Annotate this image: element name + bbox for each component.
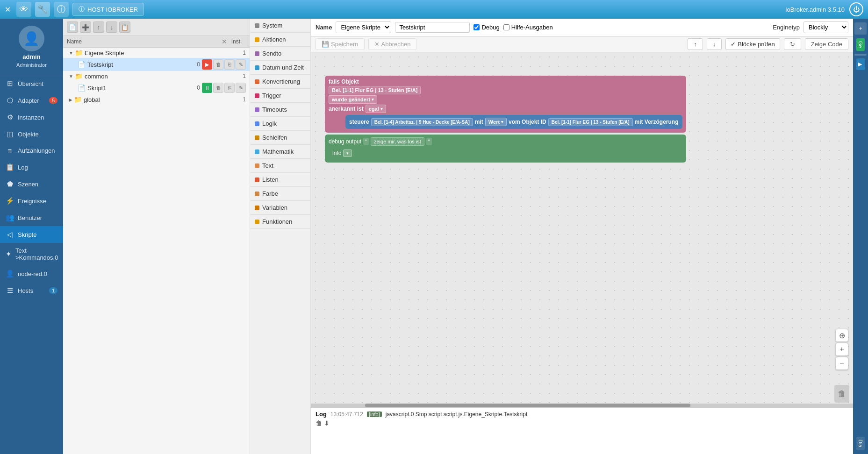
sidebar-item-adapter[interactable]: ⬡ Adapter 5 — [0, 92, 63, 109]
sidebar-item-instanzen[interactable]: ⚙ Instanzen — [0, 109, 63, 126]
main-container: 👤 admin Administrator ⊞ Übersicht ⬡ Adap… — [0, 19, 868, 454]
host-icon: ⓘ — [79, 5, 85, 14]
version-label: ioBroker.admin 3.5.10 — [786, 6, 845, 13]
panel-expand-btn[interactable]: + — [854, 22, 867, 35]
copy-script-btn[interactable]: ⎘ — [224, 59, 235, 70]
category-sendto[interactable]: Sendto — [250, 47, 310, 61]
dia-panel-btn[interactable]: Dia — [856, 437, 865, 450]
sidebar-item-aufzaehlungen[interactable]: ≡ Aufzählungen — [0, 142, 63, 159]
info-icon-top[interactable]: ⓘ — [54, 2, 69, 17]
tree-item-skript1[interactable]: 📄 Skript1 0 ⏸ 🗑 ⎘ ✎ — [63, 81, 250, 94]
toolbar-add-folder[interactable]: ➕ — [80, 21, 91, 33]
category-aktionen[interactable]: Aktionen — [250, 33, 310, 47]
delete-skript1-btn[interactable]: 🗑 — [213, 83, 223, 93]
panel-side-btn[interactable]: ▶ — [856, 58, 865, 70]
category-text[interactable]: Text — [250, 159, 310, 173]
canvas-scrollbar[interactable] — [311, 404, 853, 407]
arrow-down-btn[interactable]: ↓ — [707, 38, 722, 50]
toolbar-move-down[interactable]: ↓ — [106, 21, 117, 33]
category-farbe[interactable]: Farbe — [250, 187, 310, 201]
edit-script-btn[interactable]: ✎ — [236, 59, 246, 70]
hosts-badge: 1 — [49, 287, 57, 294]
category-timeouts[interactable]: Timeouts — [250, 103, 310, 117]
sidebar-item-log[interactable]: 📋 Log — [0, 159, 63, 176]
save-button[interactable]: 💾 Speichern — [316, 38, 365, 50]
zoom-center-btn[interactable]: ⊕ — [835, 329, 848, 342]
blockly-canvas[interactable]: falls Objekt Bel. [1-1] Flur EG | 13 - S… — [311, 52, 853, 407]
info-dropdown[interactable] — [343, 149, 352, 157]
sidebar-item-node-red[interactable]: 👤 node-red.0 — [0, 265, 63, 282]
category-trigger[interactable]: Trigger — [250, 89, 310, 103]
refresh-btn[interactable]: ↻ — [784, 38, 801, 50]
adapter-badge: 5 — [49, 97, 57, 104]
sidebar-item-uebersicht[interactable]: ⊞ Übersicht — [0, 75, 63, 92]
sidebar-item-objekte[interactable]: ◫ Objekte — [0, 126, 63, 142]
source-id-field[interactable]: Bel. [1-1] Flur EG | 13 - Stufen [E/A] — [548, 118, 633, 126]
category-mathematik[interactable]: Mathematik — [250, 145, 310, 159]
log-trash-icon[interactable]: 🗑 — [316, 419, 322, 427]
folder-icon-eigene: 📁 — [75, 49, 83, 57]
zoom-in-btn[interactable]: + — [835, 343, 848, 356]
enginetype-select[interactable]: Blockly JavaScript TypeScript — [803, 21, 848, 33]
toolbar-copy[interactable]: 📋 — [119, 21, 130, 33]
sidebar-item-ereignisse[interactable]: ⚡ Ereignisse — [0, 192, 63, 209]
debug-text[interactable]: zeige mir, was los ist — [371, 137, 424, 146]
category-funktionen[interactable]: Funktionen — [250, 215, 310, 229]
stop-script-btn[interactable]: ▶ — [202, 59, 212, 70]
condition-dropdown[interactable]: egal — [366, 105, 386, 113]
node-red-icon: 👤 — [6, 270, 14, 278]
sidebar-item-text-kommandos[interactable]: ✦ Text->Kommandos.0 — [0, 243, 63, 265]
check-blocks-btn[interactable]: ✓ Blöcke prüfen — [725, 38, 780, 50]
dot-variablen — [255, 206, 259, 210]
show-code-btn[interactable]: Zeige Code — [805, 38, 848, 50]
log-level: [info] — [367, 411, 382, 417]
eye-icon[interactable]: 👁 — [16, 2, 31, 17]
edit-skript1-btn[interactable]: ✎ — [236, 83, 246, 93]
sidebar-item-hosts[interactable]: ☰ Hosts 1 — [0, 282, 63, 299]
delete-script-btn[interactable]: 🗑 — [213, 59, 223, 70]
toolbar-new-file[interactable]: 📄 — [67, 21, 78, 33]
toolbar-move-up[interactable]: ↑ — [93, 21, 104, 33]
tree-item-global[interactable]: ▶ 📁 global 1 — [63, 94, 250, 105]
block-if-wrapper[interactable]: falls Objekt Bel. [1-1] Flur EG | 13 - S… — [325, 76, 686, 163]
hilfe-checkbox[interactable] — [503, 24, 509, 30]
log-download-icon[interactable]: ⬇ — [324, 419, 330, 427]
power-icon[interactable]: ⏻ — [849, 2, 863, 16]
wrench-icon[interactable]: 🔧 — [35, 2, 50, 17]
dot-system — [255, 23, 259, 28]
block-info[interactable]: info — [329, 147, 356, 160]
tree-item-eigene-skripte[interactable]: ▼ 📁 Eigene Skripte 1 — [63, 48, 250, 58]
right-side-panel: + Ge ▶ Dia — [853, 19, 868, 454]
category-konvertierung[interactable]: Konvertierung — [250, 75, 310, 89]
arrow-up-btn[interactable]: ↑ — [688, 38, 703, 50]
trigger-dropdown[interactable]: wurde geändert — [329, 95, 377, 104]
object-id-field[interactable]: Bel. [1-1] Flur EG | 13 - Stufen [E/A] — [329, 86, 421, 94]
sidebar-item-benutzer[interactable]: 👥 Benutzer — [0, 209, 63, 226]
close-button[interactable]: ✕ — [5, 5, 11, 14]
debug-label: Debug — [481, 24, 499, 31]
wert-dropdown[interactable]: Wert — [485, 118, 507, 126]
tree-item-testskript[interactable]: 📄 Testskript 0 ▶ 🗑 ⎘ ✎ — [63, 58, 250, 71]
steuere-target[interactable]: Bel. [1-4] Arbeitsz. | 9 Hue - Decke [E/… — [371, 118, 473, 126]
category-datum-zeit[interactable]: Datum und Zeit — [250, 61, 310, 75]
script-name-input[interactable] — [395, 22, 470, 33]
top-bar: ✕ 👁 🔧 ⓘ ⓘ HOST IOBROKER ioBroker.admin 3… — [0, 0, 868, 19]
category-listen[interactable]: Listen — [250, 173, 310, 187]
category-logik[interactable]: Logik — [250, 117, 310, 131]
aufz-icon: ≡ — [6, 147, 14, 155]
host-button[interactable]: ⓘ HOST IOBROKER — [72, 3, 144, 16]
sidebar-item-szenen[interactable]: ⬟ Szenen — [0, 176, 63, 192]
debug-checkbox[interactable] — [473, 24, 480, 30]
sidebar-item-skripte[interactable]: ◁ Skripte — [0, 226, 63, 243]
category-variablen[interactable]: Variablen — [250, 201, 310, 215]
category-system[interactable]: System — [250, 19, 310, 33]
zoom-out-btn[interactable]: − — [835, 357, 848, 370]
scrollbar-thumb[interactable] — [365, 404, 690, 407]
pause-script-btn[interactable]: ⏸ — [202, 83, 212, 93]
ge-panel-btn[interactable]: Ge — [856, 38, 865, 51]
abort-button[interactable]: ✕ Abbrechen — [368, 38, 417, 50]
category-schleifen[interactable]: Schleifen — [250, 131, 310, 145]
copy-skript1-btn[interactable]: ⎘ — [224, 83, 235, 93]
tree-item-common[interactable]: ▼ 📁 common 1 — [63, 71, 250, 81]
script-folder-select[interactable]: Eigene Skripte — [336, 21, 391, 33]
